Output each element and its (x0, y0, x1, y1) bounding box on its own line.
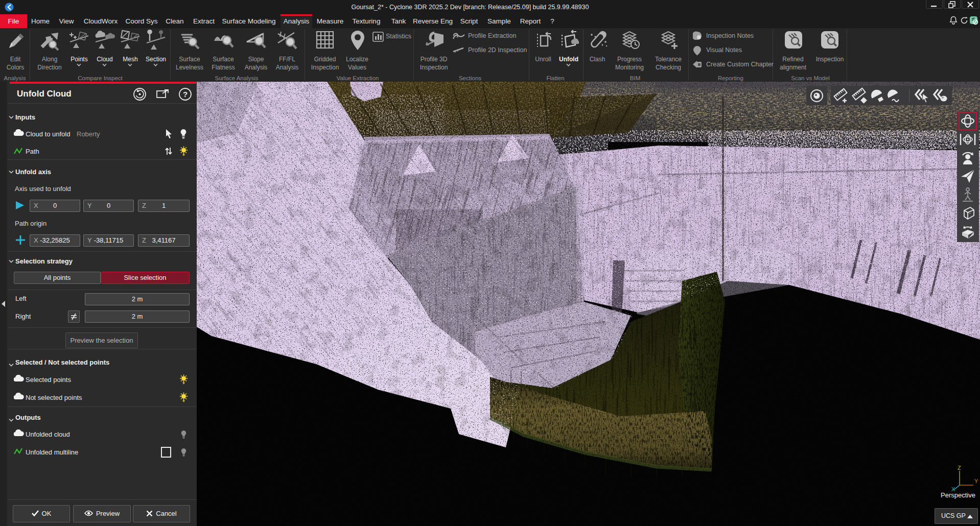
svg-text:Y: Y (974, 478, 978, 484)
svg-text:Z: Z (958, 466, 961, 471)
svg-text:?: ? (183, 90, 188, 99)
